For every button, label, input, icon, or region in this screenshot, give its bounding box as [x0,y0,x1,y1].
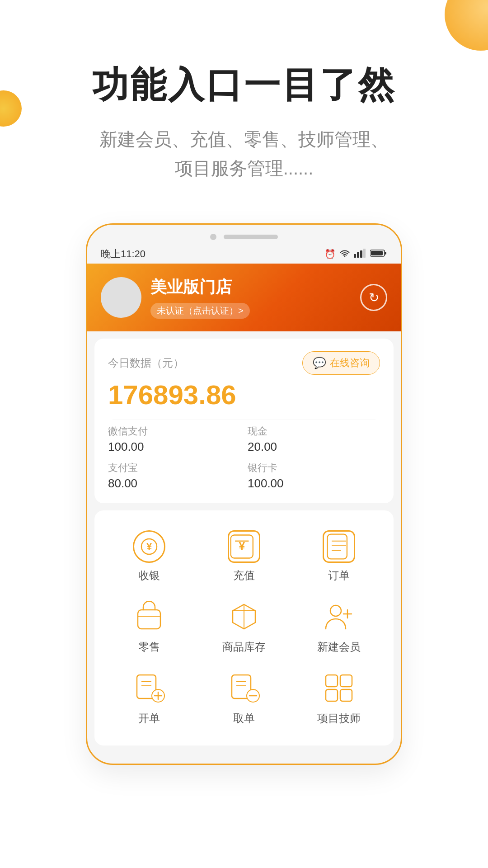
alipay-value: 80.00 [108,476,240,491]
wechat-pay-item: 微信支付 100.00 [108,425,240,454]
cancel-order-label: 取单 [233,711,255,726]
phone-top-bar [87,225,401,245]
bank-card-value: 100.00 [248,476,380,491]
menu-item-open-order[interactable]: 开单 [102,663,197,735]
new-member-icon [323,601,355,634]
menu-item-project-tech[interactable]: 项目技师 [291,663,386,735]
menu-item-new-member[interactable]: 新建会员 [291,592,386,663]
bottom-spacer [87,745,401,764]
data-divider [113,420,375,420]
project-tech-icon [323,672,355,706]
cancel-order-icon [228,672,260,706]
retail-label: 零售 [138,640,160,654]
store-avatar [101,277,141,318]
store-auth-badge[interactable]: 未认证（点击认证）> [150,303,250,319]
svg-rect-12 [328,534,347,559]
menu-item-inventory[interactable]: 商品库存 [197,592,291,663]
svg-rect-5 [385,252,386,255]
alipay-item: 支付宝 80.00 [108,461,240,491]
hero-section: 功能入口一目了然 新建会员、充值、零售、技师管理、 项目服务管理...... [0,0,488,210]
status-time: 晚上11:20 [101,247,145,261]
menu-item-retail[interactable]: 零售 [102,592,197,663]
bank-card-label: 银行卡 [248,461,380,475]
menu-card: ¥ 收银 ¥ 充值 [94,510,394,745]
store-avatar-area: 美业版门店 未认证（点击认证）> [101,276,250,319]
store-header: 美业版门店 未认证（点击认证）> ↻ [87,264,401,331]
svg-rect-34 [326,675,338,687]
refresh-icon: ↻ [369,290,379,305]
data-grid: 微信支付 100.00 现金 20.00 支付宝 80.00 银行卡 100.0… [108,425,380,491]
battery-icon [370,249,387,259]
cashier-icon: ¥ [133,530,165,563]
cash-item: 现金 20.00 [248,425,380,454]
data-card: 今日数据（元） 💬 在线咨询 176893.86 微信支付 100.00 现金 … [94,339,394,503]
cash-value: 20.00 [248,440,380,454]
open-order-label: 开单 [138,711,160,726]
svg-rect-36 [326,689,338,701]
menu-grid: ¥ 收银 ¥ 充值 [102,521,386,735]
consult-label: 在线咨询 [330,356,370,370]
menu-item-recharge[interactable]: ¥ 充值 [197,521,291,592]
open-order-icon [133,672,165,706]
hero-title: 功能入口一目了然 [36,63,452,107]
data-card-top: 今日数据（元） 💬 在线咨询 [108,351,380,375]
order-icon [323,530,355,563]
new-member-label: 新建会员 [317,640,361,654]
alarm-icon: ⏰ [324,249,336,259]
menu-item-cancel-order[interactable]: 取单 [197,663,291,735]
alipay-label: 支付宝 [108,461,240,475]
svg-rect-35 [340,675,352,687]
bank-card-item: 银行卡 100.00 [248,461,380,491]
inventory-label: 商品库存 [222,640,266,654]
recharge-label: 充值 [233,568,255,583]
svg-rect-16 [138,610,160,629]
svg-rect-6 [371,251,383,255]
chat-icon: 💬 [313,357,326,369]
retail-icon [133,601,165,634]
inventory-icon [228,601,260,634]
order-label: 订单 [328,568,350,583]
refresh-button[interactable]: ↻ [360,284,387,311]
signal-icon [354,249,366,260]
wifi-icon [339,249,350,260]
phone-speaker [224,235,278,239]
data-label: 今日数据（元） [108,356,184,370]
online-consult-button[interactable]: 💬 在线咨询 [302,351,380,375]
phone-mockup-wrapper: 晚上11:20 ⏰ [0,210,488,792]
menu-item-order[interactable]: 订单 [291,521,386,592]
svg-rect-2 [360,250,362,258]
svg-rect-37 [340,689,352,701]
svg-rect-1 [357,252,359,258]
data-amount: 176893.86 [108,379,380,410]
menu-item-cashier[interactable]: ¥ 收银 [102,521,197,592]
svg-rect-3 [363,249,366,258]
phone-camera-dot [210,234,216,240]
store-info: 美业版门店 未认证（点击认证）> [150,276,250,319]
wechat-pay-label: 微信支付 [108,425,240,438]
status-bar: 晚上11:20 ⏰ [87,245,401,264]
hero-subtitle: 新建会员、充值、零售、技师管理、 项目服务管理...... [36,125,452,183]
svg-point-20 [330,605,341,616]
recharge-icon: ¥ [228,530,260,563]
phone-mockup: 晚上11:20 ⏰ [86,223,402,765]
svg-text:¥: ¥ [146,541,152,552]
cash-label: 现金 [248,425,380,438]
wechat-pay-value: 100.00 [108,440,240,454]
cashier-label: 收银 [138,568,160,583]
project-tech-label: 项目技师 [317,711,361,726]
svg-rect-0 [354,254,356,258]
store-name: 美业版门店 [150,276,250,298]
status-icons: ⏰ [324,249,387,260]
